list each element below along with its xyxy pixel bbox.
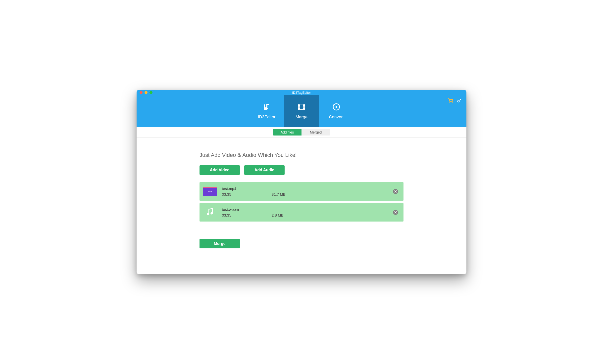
content: Just Add Video & Audio Which You Like! A… [137, 137, 466, 274]
file-list: test.mp4 03:35 81.7 MB [200, 182, 403, 222]
window-title: ID3TagEditor [292, 91, 311, 94]
add-audio-button[interactable]: Add Audio [244, 165, 285, 175]
subtabs: Add files Merged [137, 127, 466, 137]
music-icon [205, 207, 214, 217]
add-buttons-row: Add Video Add Audio [200, 165, 403, 175]
file-info: test.mp4 03:35 81.7 MB [222, 186, 286, 196]
merge-button[interactable]: Merge [200, 239, 240, 248]
convert-icon [332, 103, 341, 112]
minimize-window-button[interactable] [145, 91, 148, 94]
traffic-lights [140, 91, 152, 94]
svg-point-18 [207, 213, 209, 215]
page-heading: Just Add Video & Audio Which You Like! [200, 152, 403, 158]
add-video-button[interactable]: Add Video [200, 165, 240, 175]
subtab-group: Add files Merged [273, 129, 330, 136]
close-window-button[interactable] [140, 91, 143, 94]
svg-point-0 [450, 102, 450, 103]
subtab-add-files[interactable]: Add files [273, 129, 302, 136]
file-name: test.mp4 [222, 186, 286, 191]
app-window: ID3TagEditor I [137, 90, 466, 274]
file-info: test.webm 03:35 2.8 MB [222, 207, 284, 217]
file-size: 2.8 MB [272, 213, 284, 217]
file-size: 81.7 MB [272, 192, 286, 196]
nav-tab-label: Merge [296, 115, 307, 120]
audio-thumbnail [203, 208, 217, 217]
film-icon [297, 103, 306, 112]
key-icon[interactable] [457, 98, 461, 104]
svg-rect-5 [266, 104, 267, 108]
remove-file-button[interactable] [393, 210, 398, 215]
nav-tabs: ID3Editor Merge [249, 95, 354, 127]
maximize-window-button[interactable] [150, 91, 152, 94]
svg-point-1 [452, 102, 452, 103]
svg-point-19 [210, 212, 213, 215]
nav-tab-label: Convert [329, 115, 344, 120]
nav-tab-merge[interactable]: Merge [284, 95, 319, 127]
svg-point-4 [266, 108, 268, 110]
file-meta: 03:35 2.8 MB [222, 213, 284, 217]
close-icon [394, 189, 397, 194]
nav-tab-label: ID3Editor [258, 115, 276, 120]
music-icon [262, 103, 271, 112]
file-duration: 03:35 [222, 192, 272, 196]
remove-file-button[interactable] [393, 189, 398, 194]
file-duration: 03:35 [222, 213, 272, 217]
svg-point-2 [457, 100, 459, 102]
close-icon [394, 210, 397, 215]
file-row[interactable]: test.mp4 03:35 81.7 MB [200, 182, 403, 201]
nav-tab-convert[interactable]: Convert [319, 95, 354, 127]
svg-marker-17 [336, 105, 338, 108]
file-row[interactable]: test.webm 03:35 2.8 MB [200, 203, 403, 222]
titlebar: ID3TagEditor [137, 90, 466, 95]
header: ID3Editor Merge [137, 95, 466, 127]
content-inner: Just Add Video & Audio Which You Like! A… [200, 152, 403, 248]
nav-tab-id3editor[interactable]: ID3Editor [249, 95, 284, 127]
video-thumbnail [203, 187, 217, 196]
file-meta: 03:35 81.7 MB [222, 192, 286, 196]
file-name: test.webm [222, 207, 284, 212]
subtab-merged[interactable]: Merged [302, 129, 330, 136]
header-icons [448, 98, 461, 104]
svg-rect-6 [264, 104, 265, 109]
cart-icon[interactable] [448, 98, 453, 104]
